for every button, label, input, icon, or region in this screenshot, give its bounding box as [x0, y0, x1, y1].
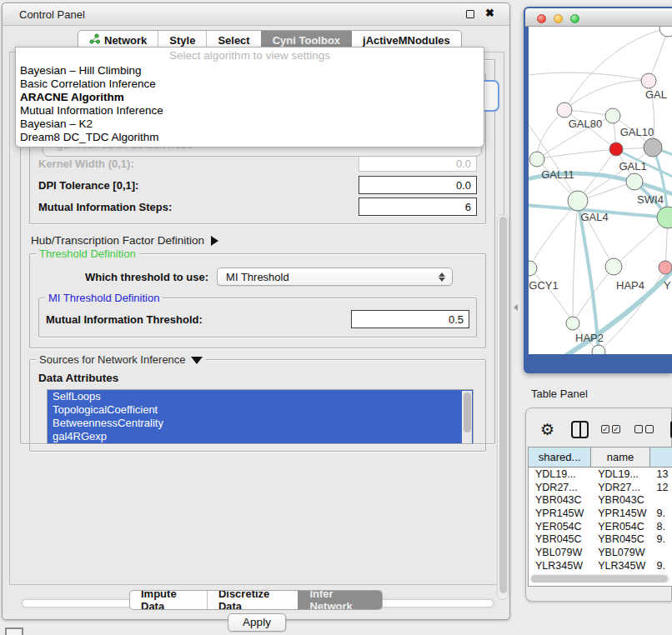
table-horizontal-scrollbar[interactable]: [530, 574, 670, 583]
which-threshold-label: Which threshold to use:: [85, 271, 208, 283]
mi-steps-label: Mutual Information Steps:: [38, 201, 359, 213]
table-row[interactable]: YBR043CYBR043C: [529, 493, 672, 507]
table-cell: 12: [650, 482, 672, 493]
column-header[interactable]: shared...: [529, 448, 591, 467]
network-edge: [649, 29, 668, 81]
node-label-y: Y: [664, 279, 671, 292]
network-window-titlebar: [525, 8, 672, 27]
tab-label: Infer Network: [309, 590, 371, 610]
table-cell: YBR043C: [529, 494, 591, 506]
node-pink-top[interactable]: [641, 73, 656, 88]
attribute-item[interactable]: SelfLoops: [48, 390, 473, 403]
kernel-width-input[interactable]: 0.0: [359, 155, 477, 172]
dropdown-item[interactable]: Mutual Information Inference: [16, 104, 484, 118]
dropdown-item[interactable]: Basic Correlation Inference: [16, 78, 484, 91]
panel-splitter-arrow-icon[interactable]: [514, 304, 518, 311]
close-window-icon[interactable]: [537, 14, 546, 23]
table-row[interactable]: YDR27...YDR27...12: [529, 481, 672, 494]
tab-label: jActiveMNodules: [363, 34, 450, 47]
tab-label: Cyni Toolbox: [273, 34, 340, 47]
dropdown-item[interactable]: Bayesian – K2: [16, 118, 484, 131]
tab-label: Network: [104, 34, 147, 47]
node-label-gcy1: GCY1: [529, 279, 558, 292]
close-panel-icon[interactable]: [485, 7, 494, 19]
attribute-item[interactable]: BetweennessCentrality: [48, 417, 473, 430]
network-canvas-svg[interactable]: GALGAL80GAL10GAL1GAL11SWI4GAL4GCY1HAP4YH…: [529, 27, 672, 354]
threshold-definition-title: Threshold Definition: [36, 248, 139, 260]
node-bottom[interactable]: [592, 345, 605, 354]
attribute-item[interactable]: gal4RGexp: [48, 430, 473, 443]
split-columns-icon[interactable]: [571, 421, 589, 438]
table-row[interactable]: YPR145WYPR145W9.: [529, 507, 672, 520]
node-label-gal10: GAL10: [620, 126, 654, 138]
mi-threshold-input[interactable]: 0.5: [351, 310, 469, 328]
tab-label: Select: [218, 34, 249, 47]
node-red[interactable]: [609, 142, 623, 156]
kernel-width-label: Kernel Width (0,1):: [38, 158, 359, 170]
dropdown-item[interactable]: Dream8 DC_TDC Algorithm: [16, 131, 484, 144]
attribute-item[interactable]: TopologicalCoefficient: [48, 403, 473, 417]
node-pink-right[interactable]: [659, 261, 672, 274]
tab-label: Style: [169, 34, 195, 47]
settings-vertical-scrollbar[interactable]: [497, 214, 509, 600]
node-top-partial[interactable]: [659, 27, 672, 37]
node-gal10[interactable]: [605, 108, 620, 123]
table-row[interactable]: YER054CYER054C8.: [529, 520, 672, 533]
dropdown-placeholder: Select algorithm to view settings: [16, 48, 484, 64]
unchecked-pair-icon[interactable]: [634, 425, 654, 433]
table-cell: YDL19...: [591, 468, 649, 480]
tab-infer-network[interactable]: Infer Network: [298, 591, 382, 609]
tab-impute-data[interactable]: Impute Data: [130, 591, 207, 609]
node-label-swi4: SWI4: [637, 193, 664, 206]
checked-pair-icon[interactable]: [601, 425, 620, 433]
table-row[interactable]: YBL079WYBL079W: [529, 546, 672, 559]
node-gal1[interactable]: [626, 173, 643, 190]
node-gray[interactable]: [644, 138, 662, 157]
hub-section-toggle[interactable]: Hub/Transcription Factor Definition: [31, 234, 486, 247]
node-gal80[interactable]: [557, 102, 572, 118]
node-gal4[interactable]: [568, 191, 588, 211]
node-hap4[interactable]: [605, 258, 622, 275]
dpi-tolerance-input[interactable]: 0.0: [359, 176, 477, 194]
apply-button[interactable]: Apply: [228, 613, 286, 632]
table-row[interactable]: YLR345WYLR345W9.: [529, 559, 672, 572]
zoom-window-icon[interactable]: [570, 14, 579, 23]
attributes-scrollbar[interactable]: [462, 391, 472, 444]
column-header[interactable]: [650, 448, 672, 467]
dropdown-item[interactable]: ARACNE Algorithm: [16, 91, 484, 104]
node-gcy1[interactable]: [529, 261, 537, 276]
node-hap2[interactable]: [566, 317, 579, 330]
which-threshold-select[interactable]: MI Threshold: [217, 268, 453, 286]
mi-threshold-title: MI Threshold Definition: [45, 292, 163, 304]
sources-group: Sources for Network Inference Data Attri…: [29, 359, 486, 452]
table-row[interactable]: YDL19...YDL19...13: [529, 468, 672, 481]
gear-icon[interactable]: [540, 420, 554, 439]
node-label-gal80: GAL80: [569, 118, 602, 130]
table-cell: YER054C: [591, 521, 649, 532]
data-attributes-list[interactable]: SelfLoopsTopologicalCoefficientBetweenne…: [47, 389, 474, 444]
node-gal11[interactable]: [529, 152, 544, 167]
float-panel-icon[interactable]: [466, 10, 474, 18]
table-cell: 9.: [650, 560, 672, 572]
collapse-arrow-icon: [191, 357, 203, 364]
tab-label: Impute Data: [141, 590, 196, 610]
sources-group-title[interactable]: Sources for Network Inference: [36, 353, 206, 366]
tab-discretize-data[interactable]: Discretize Data: [207, 591, 298, 609]
control-panel-window: Control Panel NetworkStyleSelectCyni Too…: [2, 2, 510, 620]
network-edge: [529, 268, 573, 323]
table-cell: YPR145W: [591, 508, 649, 519]
threshold-definition-group: Threshold Definition Which threshold to …: [29, 253, 486, 348]
table-cell: 9.: [650, 508, 672, 519]
table-cell: YPR145W: [529, 508, 591, 519]
dropdown-item[interactable]: Bayesian – Hill Climbing: [16, 64, 484, 78]
minimize-window-icon[interactable]: [554, 14, 563, 23]
network-canvas[interactable]: GALGAL80GAL10GAL1GAL11SWI4GAL4GCY1HAP4YH…: [529, 27, 672, 354]
table-row[interactable]: YBR045CYBR045C9.: [529, 532, 672, 546]
table-cell: YBL079W: [529, 547, 591, 558]
docked-panel-icon[interactable]: [5, 628, 23, 635]
table-toolbar: [534, 418, 671, 443]
tab-label: Discretize Data: [218, 590, 288, 610]
column-header[interactable]: name: [591, 448, 649, 467]
mi-steps-input[interactable]: 6: [359, 198, 477, 216]
table-cell: YBL079W: [591, 547, 649, 558]
